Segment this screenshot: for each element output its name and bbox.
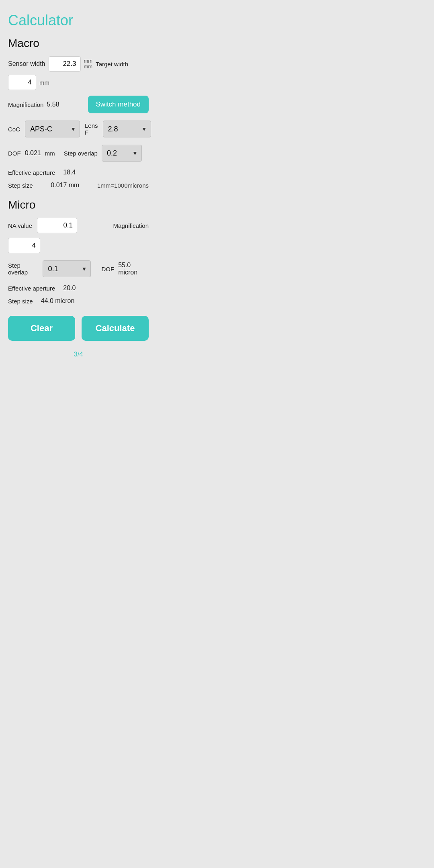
macro-step-size-value: 0.017 mm xyxy=(51,182,79,189)
micro-effective-aperture-value: 20.0 xyxy=(63,285,76,292)
target-width-unit: mm xyxy=(39,79,49,86)
switch-method-button[interactable]: Switch method xyxy=(88,96,149,113)
page-indicator: 3/4 xyxy=(8,350,149,358)
micro-step-overlap-select[interactable]: 0.1 0.2 0.3 xyxy=(43,260,91,277)
micro-section: Micro NA value Magnification Step overla… xyxy=(8,199,149,305)
step-overlap-label: Step overlap xyxy=(64,150,98,157)
lens-f-label: Lens F xyxy=(85,122,98,136)
page-title: Calculator xyxy=(8,12,149,29)
sensor-width-unit: mm xyxy=(84,58,93,64)
target-width-label: Target width xyxy=(96,61,128,68)
micro-step-size-label: Step size xyxy=(8,298,33,305)
micro-step-overlap-label: Step overlap xyxy=(8,262,39,276)
macro-section: Macro Sensor width mm mm Target width mm… xyxy=(8,37,149,189)
lens-f-select-wrapper: 1.4 1.8 2.0 2.8 4.0 5.6 8.0 ▼ xyxy=(103,121,151,137)
macro-step-overlap-select[interactable]: 0.1 0.2 0.3 0.4 xyxy=(102,145,142,162)
dof-value: 0.021 xyxy=(25,149,41,157)
micro-dof-label: DOF xyxy=(101,266,114,272)
macro-effective-aperture-label: Effective aperture xyxy=(8,169,55,176)
conversion-note: 1mm=1000microns xyxy=(97,182,149,189)
coc-select-wrapper: APS-C Full Frame MFT ▼ xyxy=(25,121,80,137)
micro-magnification-label: Magnification xyxy=(113,222,149,229)
sensor-width-unit2: mm xyxy=(84,64,93,70)
micro-section-title: Micro xyxy=(8,199,149,211)
macro-step-size-label: Step size xyxy=(8,182,33,189)
magnification-label: Magnification xyxy=(8,101,43,108)
macro-step-overlap-wrapper: 0.1 0.2 0.3 0.4 ▼ xyxy=(102,145,142,162)
micro-dof-value: 55.0 micron xyxy=(118,262,149,276)
macro-effective-aperture-value: 18.4 xyxy=(63,169,76,176)
na-value-input[interactable] xyxy=(37,218,77,233)
calculate-button[interactable]: Calculate xyxy=(82,316,149,341)
micro-magnification-input[interactable] xyxy=(8,238,40,253)
lens-f-select[interactable]: 1.4 1.8 2.0 2.8 4.0 5.6 8.0 xyxy=(103,121,151,137)
bottom-buttons: Clear Calculate xyxy=(8,316,149,341)
macro-section-title: Macro xyxy=(8,37,149,50)
sensor-width-input[interactable] xyxy=(49,56,81,72)
micro-step-overlap-wrapper: 0.1 0.2 0.3 ▼ xyxy=(43,260,91,277)
coc-label: CoC xyxy=(8,126,20,133)
clear-button[interactable]: Clear xyxy=(8,316,75,341)
na-value-label: NA value xyxy=(8,222,32,229)
dof-unit: mm xyxy=(45,150,55,157)
micro-effective-aperture-label: Effective aperture xyxy=(8,285,55,292)
magnification-value: 5.58 xyxy=(47,101,59,108)
micro-step-size-value: 44.0 micron xyxy=(41,297,75,305)
dof-label: DOF xyxy=(8,150,21,157)
sensor-width-label: Sensor width xyxy=(8,60,45,68)
target-width-input[interactable] xyxy=(8,75,36,90)
coc-select[interactable]: APS-C Full Frame MFT xyxy=(25,121,80,137)
